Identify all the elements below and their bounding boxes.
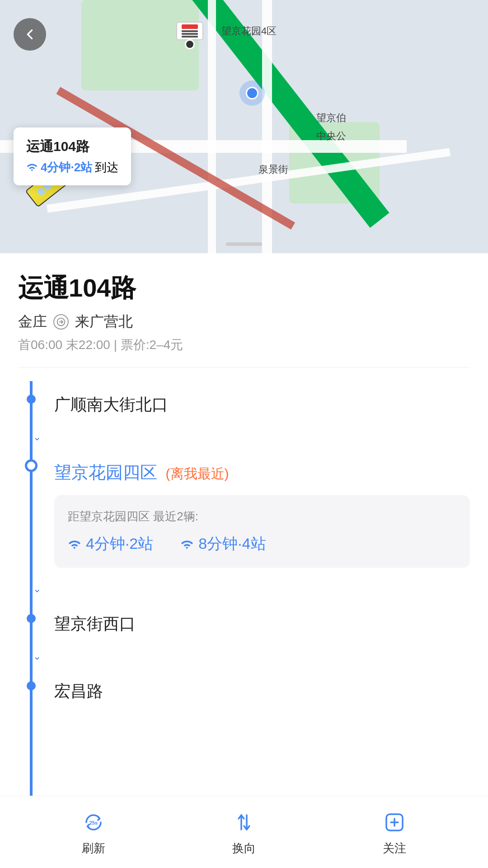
tooltip-route-name: 运通104路	[26, 137, 118, 156]
map-place-label: 望京花园4区	[221, 24, 277, 38]
map-place-label: 中央公	[316, 129, 346, 143]
direction-label: 换向	[232, 840, 256, 856]
price: 票价:2–4元	[121, 338, 183, 352]
direction-arrow-icon	[53, 314, 69, 330]
wifi-icon	[68, 535, 81, 553]
stop-name: 望京街西口	[54, 600, 470, 648]
nearest-badge: (离我最近)	[166, 466, 229, 481]
chevron-down-icon: ⌄	[33, 431, 41, 443]
follow-icon	[380, 808, 409, 837]
refresh-label: 刷新	[82, 840, 105, 856]
stop-item[interactable]: 广顺南大街北口	[54, 381, 470, 429]
wifi-icon	[26, 160, 38, 175]
direction-button[interactable]: 换向	[230, 808, 258, 856]
stop-dot-active	[25, 459, 38, 472]
stop-dot	[27, 614, 36, 623]
stop-name: 宏昌路	[54, 668, 470, 715]
direction-icon	[230, 808, 258, 837]
stop-item[interactable]: 望京街西口	[54, 600, 470, 648]
divider	[18, 367, 470, 368]
first-bus: 首06:00	[18, 338, 62, 352]
arrival-option-2: 8分钟·4站	[180, 533, 266, 554]
arrival-time-2: 8分钟·4站	[198, 533, 266, 554]
arrival-option-1: 4分钟·2站	[68, 533, 153, 554]
route-direction: 金庄 来广营北	[18, 312, 470, 332]
active-stop-text: 望京花园四区	[54, 463, 157, 482]
arrival-time-1: 4分钟·2站	[86, 533, 153, 554]
user-location-dot	[239, 80, 265, 106]
follow-label: 关注	[383, 840, 406, 856]
map-tooltip: 运通104路 4分钟·2站 到达	[14, 127, 131, 185]
tooltip-arrival-info: 4分钟·2站 到达	[26, 160, 118, 175]
last-bus: 末22:00	[66, 338, 110, 352]
stop-dot	[27, 681, 36, 690]
arrival-box-title: 距望京花园四区 最近2辆:	[68, 509, 456, 524]
wifi-icon	[180, 535, 194, 553]
drag-handle[interactable]	[226, 242, 262, 246]
map-place-label: 泉景街	[258, 163, 288, 176]
route-meta: 首06:00 末22:00 | 票价:2–4元	[18, 336, 470, 354]
follow-button[interactable]: 关注	[380, 808, 409, 856]
stop-item-active[interactable]: 望京花园四区 (离我最近)	[54, 448, 470, 497]
stop-gap: ⌄	[54, 429, 470, 448]
active-stop-name: 望京花园四区 (离我最近)	[54, 448, 470, 497]
bottom-toolbar: 25s 刷新 换向	[0, 796, 488, 868]
map-view: 望京花园4区 望京伯 中央公 泉景街 运通1	[0, 0, 488, 253]
arrival-info-box: 距望京花园四区 最近2辆: 4分钟·2站	[54, 495, 470, 568]
route-detail-panel: 运通104路 金庄 来广营北 首06:00 末22:00 | 票价:2–4元	[0, 253, 488, 868]
stops-list: 广顺南大街北口 ⌄ 望京花园四区 (离我最近) 距望京花园四区 最近2辆:	[18, 381, 470, 715]
route-to: 来广营北	[75, 312, 133, 332]
stop-gap: ⌄	[54, 580, 470, 600]
chevron-down-icon: ⌄	[33, 583, 41, 595]
route-from: 金庄	[18, 312, 47, 332]
stop-item[interactable]: 宏昌路	[54, 668, 470, 715]
svg-text:25s: 25s	[89, 820, 97, 826]
refresh-button[interactable]: 25s 刷新	[79, 808, 108, 856]
route-title: 运通104路	[18, 271, 470, 306]
stop-name: 广顺南大街北口	[54, 381, 470, 429]
stop-gap: ⌄	[54, 648, 470, 668]
refresh-icon: 25s	[79, 808, 108, 837]
route-header: 运通104路 金庄 来广营北 首06:00 末22:00 | 票价:2–4元	[18, 271, 470, 354]
map-road	[208, 0, 216, 253]
bus-stop-marker	[176, 22, 203, 49]
tooltip-suffix: 到达	[95, 160, 118, 175]
back-button[interactable]	[14, 18, 46, 51]
arrival-options: 4分钟·2站 8分钟·4站	[68, 533, 456, 554]
map-place-label: 望京伯	[316, 111, 346, 125]
tooltip-time: 4分钟·2站	[41, 160, 92, 175]
chevron-down-icon: ⌄	[33, 651, 41, 662]
stop-dot	[27, 395, 36, 404]
